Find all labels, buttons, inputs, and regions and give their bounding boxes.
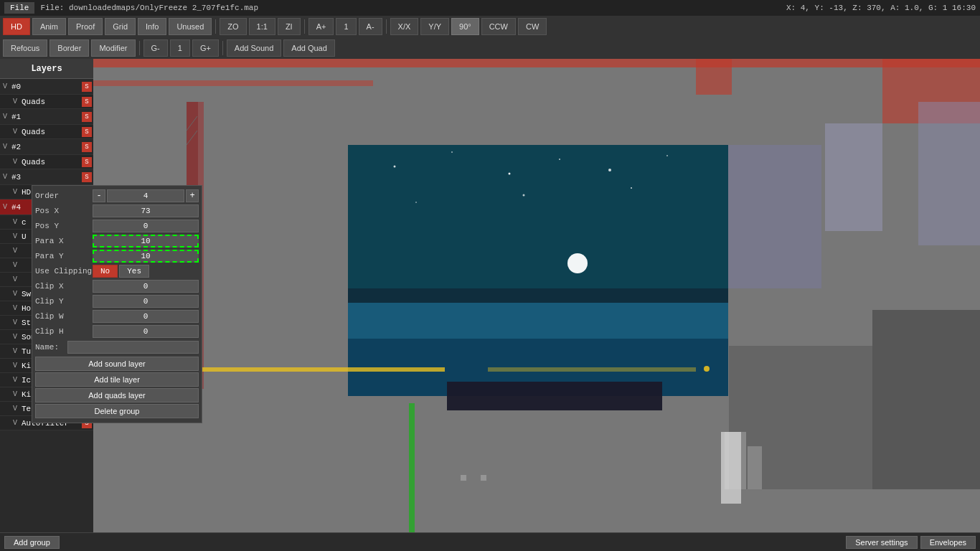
title-bar: File: downloadedmaps/OnlyFreeze 2_707fe1… (40, 4, 258, 12)
layer-v: V (10, 218, 20, 226)
border-button[interactable]: Border (50, 39, 89, 57)
cliph-row: Clip H 0 (35, 324, 199, 339)
svg-point-34 (704, 366, 710, 372)
svg-rect-27 (825, 123, 882, 231)
layer-v: V (10, 390, 20, 398)
layers-header: Layers (0, 59, 93, 79)
add-quads-layer-button[interactable]: Add quads layer (35, 388, 199, 402)
svg-rect-33 (721, 432, 741, 504)
layer-s: S (82, 142, 92, 152)
gminus-button[interactable]: G- (143, 39, 168, 57)
layer-s: S (82, 112, 92, 122)
layer-group-3[interactable]: V #3 S (0, 169, 93, 185)
add-sound-layer-button[interactable]: Add sound layer (35, 357, 199, 371)
add-group-button[interactable]: Add group (4, 536, 60, 549)
svg-rect-32 (748, 446, 762, 489)
svg-point-8 (451, 151, 453, 153)
order-value: 4 (107, 189, 184, 202)
layer-name: #2 (10, 143, 82, 151)
add-sound-button[interactable]: Add Sound (227, 39, 281, 57)
toolbar2: Refocus Border Modifier G- 1 G+ Add Soun… (0, 37, 980, 59)
separator2 (304, 19, 305, 34)
order-minus[interactable]: - (93, 189, 105, 202)
svg-point-12 (666, 155, 668, 156)
map-area[interactable] (93, 59, 980, 532)
cw-button[interactable]: CW (518, 18, 547, 35)
aplus-button[interactable]: A+ (308, 18, 334, 35)
gplus-button[interactable]: G+ (192, 39, 219, 57)
layer-group-1[interactable]: V #1 S (0, 109, 93, 125)
name-input[interactable] (67, 341, 199, 354)
clipy-value[interactable]: 0 (93, 295, 199, 308)
clipx-value[interactable]: 0 (93, 280, 199, 293)
server-settings-button[interactable]: Server settings (846, 536, 917, 549)
layer-sub-quads-2[interactable]: V Quads S (0, 155, 93, 169)
layer-group-0[interactable]: V #0 S (0, 79, 93, 95)
layer-sub-quads-1[interactable]: V Quads S (0, 125, 93, 139)
paray-value[interactable]: 10 (93, 250, 199, 263)
file-menu[interactable]: File (4, 2, 34, 14)
modifier-button[interactable]: Modifier (91, 39, 135, 57)
properties-panel: Order - 4 + Pos X 73 Pos Y 0 Para X 10 P… (32, 185, 202, 423)
add-tile-layer-button[interactable]: Add tile layer (35, 372, 199, 387)
zo-button[interactable]: ZO (220, 18, 246, 35)
layer-v: V (10, 276, 20, 283)
posy-value[interactable]: 0 (93, 220, 199, 232)
aminus-button[interactable]: A- (359, 18, 382, 35)
parax-label: Para X (35, 237, 93, 245)
layer-name: Quads (20, 98, 82, 106)
svg-rect-25 (488, 367, 696, 372)
svg-point-13 (415, 202, 417, 203)
cliph-value[interactable]: 0 (93, 325, 199, 338)
posx-value[interactable]: 73 (93, 204, 199, 217)
svg-rect-6 (348, 145, 728, 288)
layer-v: V (10, 158, 20, 166)
g-value[interactable]: 1 (170, 39, 190, 57)
nudge-value[interactable]: 1 (336, 18, 356, 35)
layer-v: V (10, 362, 20, 369)
unused-button[interactable]: Unused (169, 18, 212, 35)
info-button[interactable]: Info (138, 18, 166, 35)
useclip-row: Use Clipping No Yes (35, 264, 199, 278)
svg-point-10 (559, 159, 560, 160)
svg-rect-19 (447, 382, 662, 410)
layer-v: V (10, 376, 20, 384)
yy-button[interactable]: Y/Y (420, 18, 449, 35)
1to1-button[interactable]: 1:1 (249, 18, 275, 35)
separator5 (222, 41, 223, 55)
useclip-no[interactable]: No (93, 265, 118, 278)
add-quad-button[interactable]: Add Quad (283, 39, 335, 57)
clipw-value[interactable]: 0 (93, 310, 199, 323)
xx-button[interactable]: X/X (390, 18, 419, 35)
useclip-yes[interactable]: Yes (119, 265, 149, 278)
refocus-button[interactable]: Refocus (3, 39, 47, 57)
layer-v: V (10, 419, 20, 427)
zi-button[interactable]: ZI (278, 18, 301, 35)
delete-group-button[interactable]: Delete group (35, 404, 199, 418)
layer-sub-quads-0[interactable]: V Quads S (0, 95, 93, 109)
layer-group-2[interactable]: V #2 S (0, 139, 93, 155)
layer-v: V (10, 232, 20, 240)
parax-value[interactable]: 10 (93, 235, 199, 248)
svg-rect-26 (728, 145, 821, 288)
deg90-button[interactable]: 90° (451, 18, 479, 35)
layer-v: V (10, 188, 20, 196)
svg-rect-36 (461, 475, 466, 481)
layer-v: V (10, 347, 20, 355)
hd-button[interactable]: HD (3, 18, 30, 35)
order-label: Order (35, 192, 93, 200)
layer-s: S (82, 82, 92, 92)
envelopes-button[interactable]: Envelopes (920, 536, 976, 549)
proof-button[interactable]: Proof (68, 18, 103, 35)
paray-control: 10 (93, 250, 199, 263)
order-plus[interactable]: + (186, 189, 199, 202)
layer-v: V (0, 83, 10, 90)
grid-button[interactable]: Grid (105, 18, 136, 35)
anim-button[interactable]: Anim (32, 18, 66, 35)
svg-point-9 (509, 173, 511, 175)
layer-v: V (10, 261, 20, 269)
ccw-button[interactable]: CCW (481, 18, 516, 35)
svg-point-15 (631, 187, 632, 189)
svg-rect-30 (872, 310, 980, 489)
posx-label: Pos X (35, 207, 93, 215)
